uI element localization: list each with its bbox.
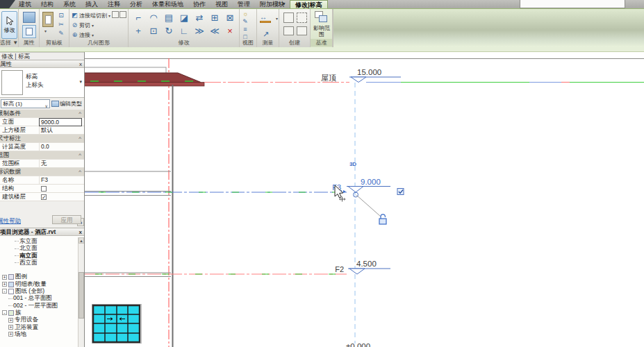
tree-item-图纸 (全部)[interactable]: -图纸 (全部) [0,287,78,294]
tree-item-明细表/数量[interactable]: +明细表/数量 [0,280,78,287]
modify-tool-button[interactable]: 修改 [1,11,17,39]
scroll-up-icon[interactable]: ▲ [79,237,84,244]
type-selector-arrow-icon[interactable]: ▾ [79,79,82,85]
type-selector[interactable]: 标高 上标头 ▾ [0,68,84,98]
measure-dropdown[interactable]: ▾ [276,16,278,21]
array-icon[interactable]: ⊞ [207,11,222,24]
app-logo-icon[interactable] [0,0,15,8]
cut-icon[interactable]: ✂ [57,21,65,28]
create-assembly-icon[interactable] [297,12,307,23]
offset-icon[interactable]: ∟ [176,24,192,37]
level-elevation-ground[interactable]: ±0.000 [346,342,370,347]
fillet-icon[interactable]: ◠ [146,11,161,24]
level-marker-f2[interactable] [349,269,365,274]
scroll-thumb[interactable] [79,272,84,319]
create-similar-icon[interactable] [283,26,294,35]
level-elevation-f2[interactable]: 4.500 [356,260,377,268]
tab-系统[interactable]: 系统 [58,0,81,8]
level-marker-roof[interactable] [351,77,366,83]
copy-icon[interactable]: ⊡ [146,24,161,37]
unlock-icon[interactable] [379,214,386,224]
measure-angle-icon[interactable]: ↗ [263,30,269,39]
rotate-icon[interactable]: ↻ [161,24,176,37]
property-checkbox-建筑楼层[interactable]: ✓ [41,194,47,200]
paste-dropdown-arrow[interactable]: ▾ [44,28,47,33]
align-icon[interactable]: ⌐ [131,11,146,24]
join-geometry-button[interactable]: ⊕ 连接▾ [71,31,94,39]
tree-item-001 - 总平面图[interactable]: 001 - 总平面图 [0,294,78,301]
tree-item-东立面[interactable]: 东立面 [0,237,78,244]
collapse-minus-icon[interactable]: - [2,289,7,294]
tab-分析[interactable]: 分析 [125,0,147,8]
properties-palette-toggle[interactable] [22,25,36,38]
section-collapse-icon[interactable]: ^ [79,135,81,142]
beam-cutback-icon[interactable] [112,11,119,18]
paste-icon[interactable] [42,12,53,27]
tree-item-西立面[interactable]: 西立面 [0,259,78,266]
tree-item-族[interactable]: -族 [0,309,78,316]
section-collapse-icon[interactable]: ^ [79,110,81,117]
tree-item-南立面[interactable]: 南立面 [0,252,78,259]
tab-结构[interactable]: 结构 [36,0,58,8]
tab-建筑[interactable]: 建筑 [14,0,36,8]
level-name-f2[interactable]: F2 [335,265,344,273]
browser-scrollbar[interactable]: ▲ [78,237,84,347]
tree-item-图例[interactable]: +图例 [0,273,78,280]
create-parts-icon[interactable] [297,26,307,35]
tree-item-北立面[interactable]: 北立面 [0,244,78,251]
pin-icon[interactable]: ⊠ [222,11,238,24]
level-elevation-f3[interactable]: 9.000 [361,178,381,186]
split-icon[interactable]: ≪ [207,24,222,37]
expand-plus-icon[interactable]: + [2,275,7,280]
collapse-minus-icon[interactable]: - [2,310,7,315]
tree-item-场地[interactable]: +场地 [0,330,78,337]
instance-filter-combo[interactable]: 标高 (1) ∨ [1,99,50,108]
trim-extend-icon[interactable]: ≫ [192,24,207,37]
property-value-名称[interactable]: F3 [39,176,82,185]
tree-item-002 - 一层平面图[interactable]: 002 - 一层平面图 [0,302,78,309]
browser-close-icon[interactable]: x [79,228,82,236]
level-marker-f3[interactable] [348,187,363,193]
level-elevation-roof[interactable]: 15.000 [357,68,381,76]
property-section-限制条件[interactable]: 限制条件^ [0,110,84,118]
tab-体量和场地[interactable]: 体量和场地 [147,0,188,8]
section-collapse-icon[interactable]: ^ [79,151,81,159]
wall-joins-icon[interactable] [119,11,126,18]
window-element[interactable] [92,305,142,344]
property-value-立面[interactable]: 9000.0 [39,118,82,126]
property-section-尺寸标注[interactable]: 尺寸标注^ [0,135,84,143]
tree-item-卫浴装置[interactable]: +卫浴装置 [0,323,78,330]
delete-icon[interactable]: × [222,24,238,37]
expand-plus-icon[interactable]: + [2,282,7,287]
tab-视图[interactable]: 视图 [210,0,233,8]
move-icon[interactable]: + [131,24,146,37]
level-name-roof[interactable]: 屋顶 [321,74,336,82]
create-group-icon[interactable] [283,12,294,23]
wall-join-icon[interactable]: ▤ [161,11,176,24]
influence-range-button[interactable]: 影响范围 [312,25,331,37]
expand-plus-icon[interactable]: + [8,325,13,330]
roof-fascia[interactable] [85,83,204,87]
show-bubble-checkbox[interactable] [397,189,404,195]
mirror-icon[interactable]: ⇄ [192,11,207,24]
properties-close-icon[interactable]: x [79,60,82,68]
tab-管理[interactable]: 管理 [233,0,255,8]
properties-icon[interactable] [23,12,35,23]
properties-help-link[interactable]: 属性帮助 [0,217,21,226]
measure-icon[interactable]: ↔ [260,13,271,23]
scope-icon[interactable] [315,11,329,24]
section-collapse-icon[interactable]: ^ [79,168,81,176]
3d-extent-tag[interactable]: 3D [349,161,356,167]
property-value-计算高度[interactable]: 0.0 [39,143,82,151]
panel-label-select[interactable]: 选择 ▼ [0,39,18,46]
tab-active-modify-level[interactable]: 修改|标高 [290,0,328,8]
property-value-上方楼层[interactable]: 默认 [39,126,82,135]
cut-geometry-button[interactable]: ⊘ 剪切▾ [71,21,94,29]
property-section-范围[interactable]: 范围^ [0,151,84,160]
ribbon-display-toggle[interactable]: ⊡ ▾ [272,1,289,8]
tab-注释[interactable]: 注释 [103,0,125,8]
expand-plus-icon[interactable]: + [8,318,13,323]
thin-lines-icon[interactable]: ☼ [241,10,249,18]
expand-plus-icon[interactable]: + [8,332,13,337]
join-cut-button[interactable]: ◩ 连接端切割▾ [71,11,110,19]
